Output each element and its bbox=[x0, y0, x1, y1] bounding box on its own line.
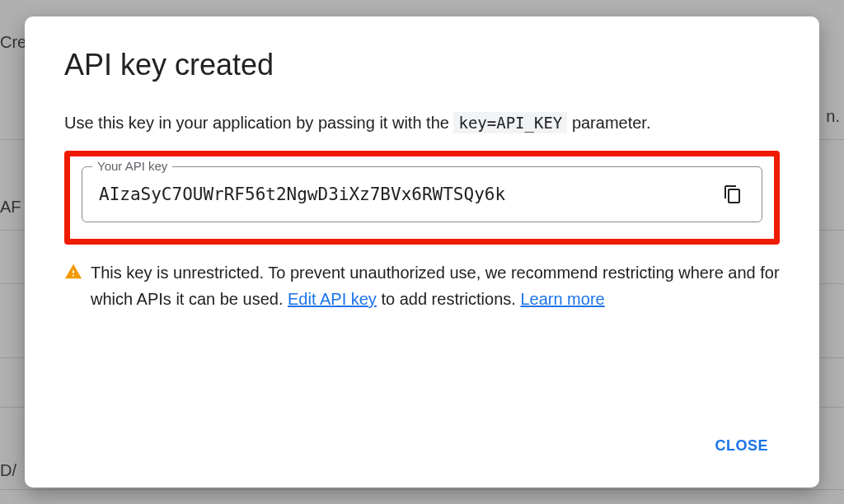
api-key-field: Your API key AIzaSyC7OUWrRF56t2NgwD3iXz7… bbox=[82, 166, 762, 222]
warning-icon bbox=[64, 262, 82, 288]
warning-section: This key is unrestricted. To prevent una… bbox=[64, 259, 780, 312]
edit-api-key-link[interactable]: Edit API key bbox=[288, 290, 377, 308]
dialog-actions: CLOSE bbox=[64, 429, 780, 463]
api-key-value: AIzaSyC7OUWrRF56t2NgwD3iXz7BVx6RWTSQy6k bbox=[99, 184, 720, 204]
backdrop-text: Cre bbox=[0, 33, 26, 52]
warning-text-mid: to add restrictions. bbox=[381, 290, 520, 308]
learn-more-link[interactable]: Learn more bbox=[520, 290, 604, 308]
dialog-description: Use this key in your application by pass… bbox=[64, 114, 780, 133]
api-key-label: Your API key bbox=[92, 159, 172, 173]
description-code: key=API_KEY bbox=[453, 112, 567, 133]
description-prefix: Use this key in your application by pass… bbox=[64, 114, 453, 132]
backdrop-text: D/ bbox=[0, 461, 16, 480]
copy-icon bbox=[723, 184, 743, 204]
close-button[interactable]: CLOSE bbox=[703, 429, 780, 463]
description-suffix: parameter. bbox=[572, 114, 651, 132]
backdrop-text: n. bbox=[826, 107, 840, 126]
backdrop-text: AF bbox=[0, 198, 21, 217]
api-key-dialog: API key created Use this key in your app… bbox=[25, 16, 819, 488]
api-key-highlight-box: Your API key AIzaSyC7OUWrRF56t2NgwD3iXz7… bbox=[64, 151, 780, 245]
dialog-title: API key created bbox=[64, 48, 780, 82]
copy-button[interactable] bbox=[720, 182, 745, 207]
